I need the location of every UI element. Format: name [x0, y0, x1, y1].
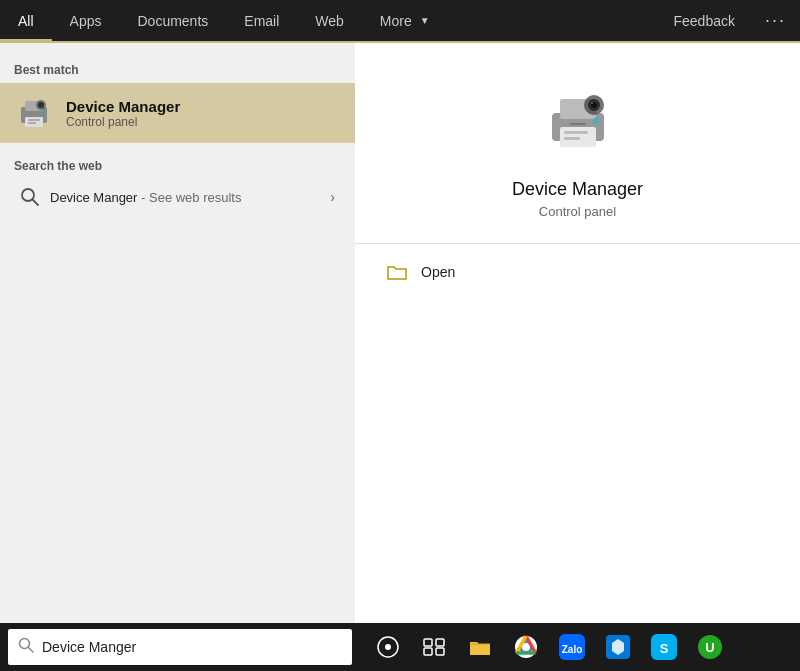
tab-apps[interactable]: Apps — [52, 0, 120, 41]
open-action[interactable]: Open — [375, 244, 780, 300]
search-web-text: Device Manger - See web results — [50, 190, 330, 205]
svg-rect-3 — [28, 119, 40, 121]
svg-point-19 — [591, 102, 593, 104]
svg-point-5 — [41, 110, 45, 114]
device-manager-svg-small — [15, 95, 53, 131]
device-manager-icon-small — [14, 93, 54, 133]
more-options-button[interactable]: ··· — [751, 10, 800, 31]
svg-point-15 — [592, 118, 599, 125]
skype-button[interactable]: S — [644, 627, 684, 667]
svg-rect-26 — [436, 639, 444, 646]
blue-app-button[interactable] — [598, 627, 638, 667]
best-match-item[interactable]: Device Manager Control panel — [0, 83, 355, 143]
tab-all[interactable]: All — [0, 0, 52, 41]
taskbar-search-icon — [18, 637, 34, 657]
file-explorer-button[interactable] — [460, 627, 500, 667]
device-manager-icon-large — [538, 83, 618, 163]
tab-web[interactable]: Web — [297, 0, 362, 41]
left-panel: Best match Device M — [0, 43, 355, 623]
taskbar: Device Manger — [0, 623, 800, 671]
search-web-section: Search the web Device Manger - See web r… — [0, 151, 355, 221]
svg-line-9 — [33, 200, 38, 205]
chevron-down-icon: ▼ — [420, 15, 430, 26]
svg-rect-13 — [564, 131, 588, 134]
taskbar-icons: Zalo S U — [368, 627, 730, 667]
device-manager-svg-large — [542, 87, 614, 159]
svg-point-24 — [385, 644, 391, 650]
best-match-text: Device Manager Control panel — [66, 98, 180, 129]
tab-documents[interactable]: Documents — [119, 0, 226, 41]
best-match-title: Device Manager — [66, 98, 180, 115]
taskbar-search-text: Device Manger — [42, 639, 136, 655]
best-match-label: Best match — [0, 55, 355, 83]
svg-point-8 — [22, 189, 34, 201]
tab-more[interactable]: More ▼ — [362, 0, 448, 41]
search-web-label: Search the web — [14, 159, 341, 173]
top-nav: All Apps Documents Email Web More ▼ Feed… — [0, 0, 800, 43]
svg-line-22 — [29, 648, 34, 653]
right-panel: Device Manager Control panel Open — [355, 43, 800, 623]
search-icon — [20, 187, 40, 207]
zalo-button[interactable]: Zalo — [552, 627, 592, 667]
svg-rect-25 — [424, 639, 432, 646]
tab-email[interactable]: Email — [226, 0, 297, 41]
svg-text:U: U — [705, 640, 714, 655]
open-icon — [385, 260, 409, 284]
best-match-subtitle: Control panel — [66, 115, 180, 129]
svg-point-7 — [38, 102, 44, 108]
svg-rect-4 — [28, 122, 36, 124]
taskbar-search-bar[interactable]: Device Manger — [8, 629, 352, 665]
right-app-name: Device Manager — [512, 179, 643, 200]
svg-text:Zalo: Zalo — [562, 644, 583, 655]
svg-rect-27 — [424, 648, 432, 655]
svg-rect-20 — [570, 123, 586, 125]
svg-text:S: S — [660, 641, 669, 656]
svg-rect-14 — [564, 137, 580, 140]
right-app-subtitle: Control panel — [539, 204, 616, 219]
feedback-button[interactable]: Feedback — [658, 13, 751, 29]
svg-rect-28 — [436, 648, 444, 655]
open-label: Open — [421, 264, 455, 280]
search-web-item[interactable]: Device Manger - See web results › — [14, 179, 341, 215]
start-button[interactable] — [368, 627, 408, 667]
task-view-button[interactable] — [414, 627, 454, 667]
chrome-button[interactable] — [506, 627, 546, 667]
right-actions: Open — [355, 244, 800, 300]
u-app-button[interactable]: U — [690, 627, 730, 667]
main-content: Best match Device M — [0, 43, 800, 623]
chevron-right-icon: › — [330, 189, 335, 205]
